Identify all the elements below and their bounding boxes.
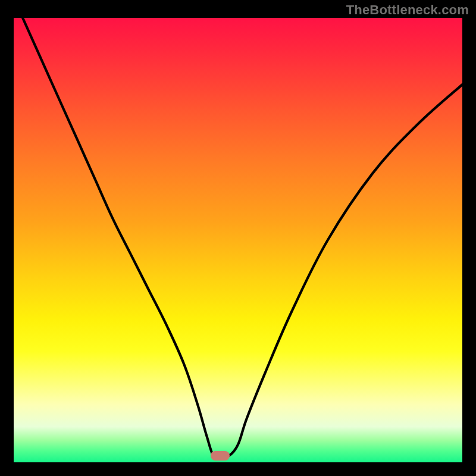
attribution-text: TheBottleneck.com <box>346 2 469 18</box>
bottleneck-curve <box>14 18 462 462</box>
plot-area <box>14 18 462 462</box>
chart-frame: TheBottleneck.com <box>0 0 476 476</box>
optimal-marker <box>211 451 230 461</box>
